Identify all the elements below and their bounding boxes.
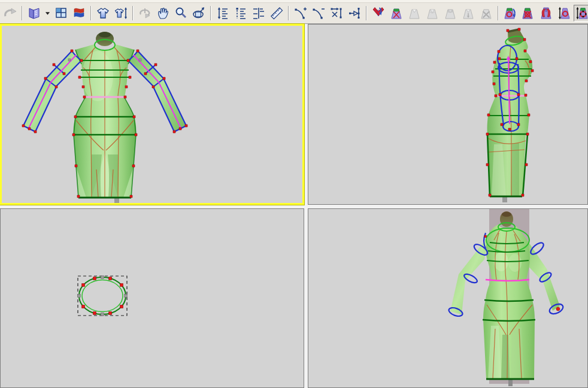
curve-remove-point-icon[interactable] — [310, 5, 327, 22]
selection-marquee[interactable] — [78, 276, 127, 316]
control-points-top[interactable] — [82, 277, 123, 315]
side-view-canvas[interactable] — [308, 25, 587, 204]
section-handles-gray[interactable] — [78, 276, 128, 316]
front-view-canvas[interactable] — [2, 26, 302, 203]
garment-measure-icon[interactable] — [113, 5, 129, 22]
toolbar-separator — [210, 6, 211, 20]
garment-tool-a-icon[interactable] — [406, 5, 423, 22]
redo-icon[interactable] — [2, 5, 19, 22]
toolbar-separator — [132, 6, 134, 20]
garment-tool-e-icon[interactable] — [478, 5, 495, 22]
viewport-top-view[interactable] — [0, 208, 304, 388]
align-points-icon[interactable] — [346, 5, 363, 22]
pan-hand-icon[interactable] — [154, 5, 171, 22]
piece-browser-icon[interactable] — [26, 5, 43, 22]
section-height-edit-icon[interactable] — [574, 5, 588, 22]
toolbar-separator — [22, 6, 23, 20]
toolbar-separator — [90, 6, 92, 20]
rotate-3d-icon[interactable] — [190, 5, 207, 22]
mannequin-3d — [500, 211, 513, 227]
toolbar-separator — [366, 6, 367, 20]
collar-shape-icon[interactable] — [538, 5, 554, 22]
levels-dashed-icon[interactable] — [232, 5, 249, 22]
application-window: { "window": {"width": 982, "height": 648… — [0, 0, 588, 388]
top-view-canvas[interactable] — [1, 209, 304, 387]
dart-garment-icon[interactable] — [388, 5, 405, 22]
section-ring-delete-icon[interactable] — [520, 5, 537, 22]
viewport-front-view[interactable] — [0, 24, 304, 205]
section-height-icon[interactable] — [556, 5, 572, 22]
piece-browser-dropdown[interactable] — [44, 5, 51, 22]
section-ring-rotate-icon[interactable] — [502, 5, 519, 22]
flag-icon[interactable] — [71, 5, 87, 22]
control-point-3d[interactable] — [556, 307, 560, 311]
drape-garment-icon[interactable] — [370, 5, 387, 22]
control-point-3d[interactable] — [484, 235, 487, 238]
stand-pole — [508, 379, 513, 386]
viewport-perspective-view[interactable] — [308, 208, 588, 388]
stand-pole — [502, 197, 507, 202]
garment-tool-c-icon[interactable] — [442, 5, 459, 22]
perspective-view-canvas[interactable] — [308, 209, 587, 387]
move-points-icon[interactable] — [328, 5, 345, 22]
main-toolbar — [0, 0, 588, 24]
rotate-view-icon[interactable] — [137, 5, 153, 22]
levels-both-icon[interactable] — [250, 5, 267, 22]
viewport-side-view[interactable] — [308, 24, 588, 205]
toolbar-separator — [498, 6, 499, 20]
garment-shirt-icon[interactable] — [95, 5, 111, 22]
curve-add-point-icon[interactable] — [292, 5, 309, 22]
viewport-layout-icon[interactable] — [53, 5, 69, 22]
section-ellipse[interactable] — [79, 277, 126, 314]
zoom-magnifier-icon[interactable] — [172, 5, 189, 22]
levels-right-icon[interactable] — [214, 5, 231, 22]
toolbar-separator — [288, 6, 289, 20]
garment-tool-b-icon[interactable] — [424, 5, 441, 22]
garment-tool-d-icon[interactable] — [460, 5, 477, 22]
ruler-icon[interactable] — [268, 5, 285, 22]
